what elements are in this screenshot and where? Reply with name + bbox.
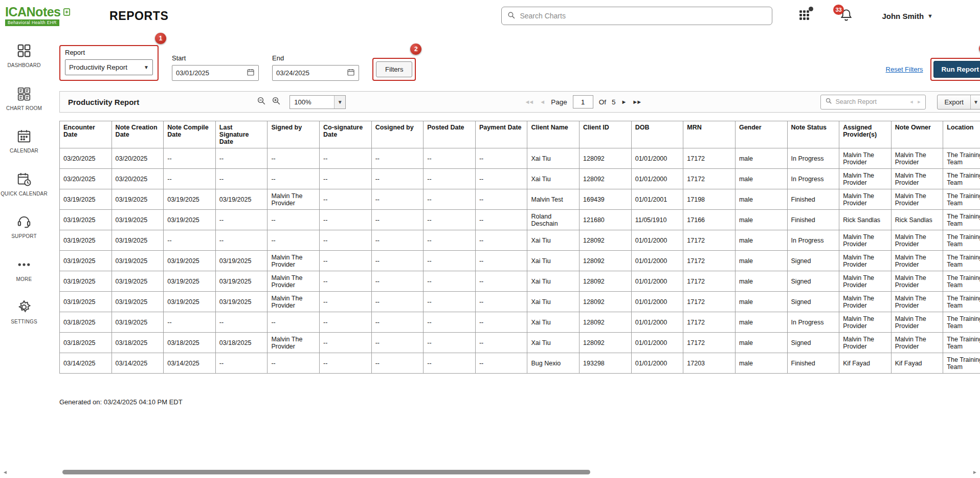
table-cell: -- bbox=[371, 312, 424, 333]
next-page-button[interactable]: ► bbox=[621, 99, 627, 105]
sidebar-item-label: QUICK CALENDAR bbox=[1, 190, 48, 198]
table-cell: Malvin The Provider bbox=[891, 251, 943, 271]
table-cell: -- bbox=[475, 292, 527, 312]
table-cell: The Training Team bbox=[943, 353, 980, 374]
keypad-button[interactable] bbox=[798, 9, 811, 24]
report-field: Report Productivity Report ▼ bbox=[65, 49, 153, 75]
sidebar: DASHBOARDCHART ROOMCALENDARQUICK CALENDA… bbox=[0, 30, 48, 478]
search-report-input[interactable] bbox=[835, 98, 906, 105]
calendar-icon[interactable] bbox=[347, 68, 355, 78]
pagination: ◄◄ ◄ Page Of 5 ► ►► bbox=[524, 95, 642, 108]
table-cell: 03/19/2025 bbox=[164, 210, 216, 230]
sidebar-item-quick-calendar[interactable]: QUICK CALENDAR bbox=[0, 171, 48, 198]
table-cell: Malvin The Provider bbox=[891, 292, 943, 312]
column-header: Note Compile Date bbox=[164, 121, 216, 148]
table-cell: Bug Nexio bbox=[527, 353, 580, 374]
table-cell: -- bbox=[371, 148, 424, 169]
start-date-field: Start bbox=[172, 54, 259, 81]
search-previous-icon[interactable]: ◄ bbox=[909, 99, 914, 104]
previous-page-button[interactable]: ◄ bbox=[540, 99, 545, 105]
sidebar-item-dashboard[interactable]: DASHBOARD bbox=[0, 43, 48, 69]
table-cell: 03/18/2025 bbox=[215, 333, 268, 353]
run-report-button[interactable]: Run Report bbox=[933, 61, 980, 78]
table-cell: -- bbox=[164, 312, 216, 333]
report-search-box[interactable]: ◄ ► bbox=[820, 95, 926, 110]
reset-filters-link[interactable]: Reset Filters bbox=[886, 66, 923, 73]
table-cell: In Progress bbox=[787, 312, 839, 333]
user-menu[interactable]: John Smith ▼ bbox=[882, 12, 933, 20]
start-date-box[interactable] bbox=[172, 65, 259, 81]
zoom-level-select[interactable]: 100% ▼ bbox=[289, 95, 346, 109]
table-cell: -- bbox=[320, 210, 372, 230]
search-charts-input[interactable] bbox=[520, 12, 767, 20]
table-cell: -- bbox=[320, 148, 372, 169]
table-cell: Malvin The Provider bbox=[891, 189, 943, 210]
app-logo[interactable]: ICANotes Behavioral Health EHR bbox=[5, 6, 102, 26]
start-date-input[interactable] bbox=[176, 69, 232, 77]
table-cell: -- bbox=[424, 312, 476, 333]
page-number-input[interactable] bbox=[573, 95, 593, 108]
chevron-down-icon: ▼ bbox=[334, 96, 345, 108]
table-cell: -- bbox=[475, 271, 527, 292]
sidebar-item-calendar[interactable]: CALENDAR bbox=[0, 128, 48, 155]
calendar-icon[interactable] bbox=[247, 68, 255, 78]
report-select-label: Report bbox=[65, 49, 153, 56]
column-header: Note Owner bbox=[891, 121, 943, 148]
table-cell: -- bbox=[475, 333, 527, 353]
table-cell: 17166 bbox=[683, 210, 736, 230]
report-select-highlight: 1 Report Productivity Report ▼ bbox=[59, 45, 159, 81]
column-header: Assigned Provider(s) bbox=[839, 121, 892, 148]
table-cell: -- bbox=[424, 148, 476, 169]
table-cell: male bbox=[735, 353, 787, 374]
table-cell: 01/01/2001 bbox=[631, 189, 683, 210]
report-table-body: 03/20/202503/20/2025--------------Xai Ti… bbox=[60, 148, 980, 374]
table-cell: Malvin The Provider bbox=[891, 333, 943, 353]
table-cell: 03/20/2025 bbox=[112, 148, 164, 169]
table-cell: -- bbox=[320, 353, 372, 374]
sidebar-item-label: SUPPORT bbox=[11, 233, 37, 240]
run-report-highlight: 3 Run Report bbox=[930, 58, 980, 81]
table-cell: The Training Team bbox=[943, 169, 980, 189]
scroll-left-arrow-icon[interactable]: ◄ bbox=[3, 469, 8, 475]
keypad-status-dot bbox=[809, 7, 813, 11]
scroll-right-arrow-icon[interactable]: ► bbox=[972, 469, 977, 475]
table-cell: 01/01/2000 bbox=[631, 292, 683, 312]
export-button[interactable]: Export ▼ bbox=[937, 95, 980, 110]
end-date-input[interactable] bbox=[276, 69, 332, 77]
table-cell: -- bbox=[371, 251, 424, 271]
end-date-box[interactable] bbox=[272, 65, 359, 81]
table-cell: -- bbox=[320, 333, 372, 353]
filters-button[interactable]: Filters bbox=[376, 61, 412, 77]
sidebar-item-chart-room[interactable]: CHART ROOM bbox=[0, 86, 48, 112]
last-page-button[interactable]: ►► bbox=[632, 99, 642, 105]
sidebar-item-more[interactable]: MORE bbox=[0, 257, 48, 283]
end-date-field: End bbox=[272, 54, 359, 81]
table-cell: 01/01/2000 bbox=[631, 312, 683, 333]
table-cell: male bbox=[735, 148, 787, 169]
brand-name: ICANotes bbox=[5, 6, 61, 18]
report-select[interactable]: Productivity Report ▼ bbox=[65, 59, 153, 75]
scrollbar-thumb[interactable] bbox=[62, 470, 590, 474]
table-cell: -- bbox=[424, 189, 476, 210]
column-header: Location bbox=[943, 121, 980, 148]
zoom-out-button[interactable] bbox=[257, 96, 266, 107]
sidebar-item-settings[interactable]: SETTINGS bbox=[0, 299, 48, 325]
search-next-icon[interactable]: ► bbox=[917, 99, 921, 104]
table-cell: The Training Team bbox=[943, 210, 980, 230]
notifications-button[interactable]: 33 bbox=[839, 8, 853, 24]
table-cell: 03/14/2025 bbox=[164, 353, 216, 374]
chart-room-icon bbox=[16, 86, 32, 101]
table-cell: -- bbox=[424, 271, 476, 292]
zoom-in-button[interactable] bbox=[272, 96, 281, 107]
sidebar-item-support[interactable]: SUPPORT bbox=[0, 214, 48, 240]
table-cell: -- bbox=[215, 353, 268, 374]
table-row: 03/19/202503/19/202503/19/202503/19/2025… bbox=[60, 189, 980, 210]
table-cell: Kif Fayad bbox=[891, 353, 943, 374]
table-cell: -- bbox=[475, 312, 527, 333]
table-cell: The Training Team bbox=[943, 292, 980, 312]
chart-search-box[interactable] bbox=[501, 7, 772, 25]
chevron-down-icon: ▼ bbox=[927, 13, 933, 19]
table-cell: 01/01/2000 bbox=[631, 353, 683, 374]
table-cell: The Training Team bbox=[943, 189, 980, 210]
first-page-button[interactable]: ◄◄ bbox=[524, 99, 534, 105]
